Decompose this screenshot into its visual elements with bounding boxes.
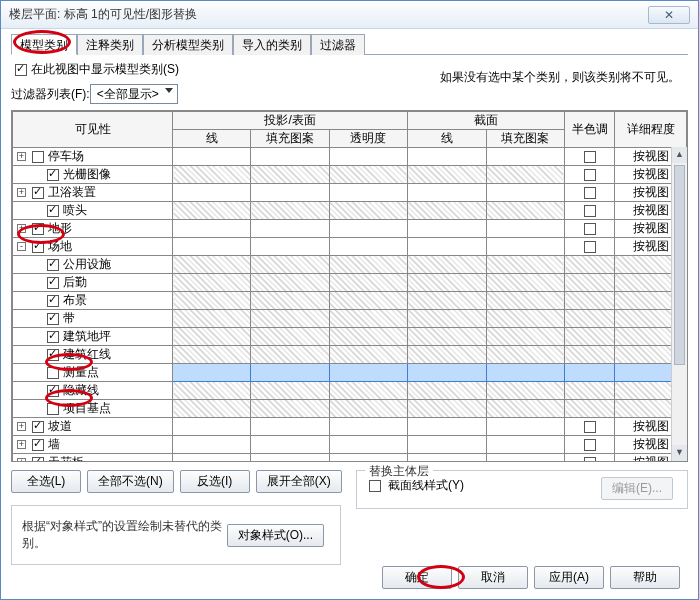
cell[interactable] [251,274,329,292]
table-row[interactable]: +停车场按视图 [13,148,687,166]
halftone-cell[interactable] [565,292,615,310]
halftone-checkbox[interactable] [584,421,596,433]
cell[interactable] [486,292,564,310]
table-row[interactable]: +坡道按视图 [13,418,687,436]
cell[interactable] [329,238,407,256]
cell[interactable] [408,148,486,166]
header-sect-fill[interactable]: 填充图案 [486,130,564,148]
cell[interactable] [486,148,564,166]
halftone-cell[interactable] [565,310,615,328]
halftone-checkbox[interactable] [584,151,596,163]
header-section[interactable]: 截面 [408,112,565,130]
row-checkbox[interactable] [47,259,59,271]
expand-all-button[interactable]: 展开全部(X) [256,470,342,493]
cell[interactable] [408,436,486,454]
cell[interactable] [251,220,329,238]
cell[interactable] [329,418,407,436]
cell[interactable] [251,436,329,454]
table-row[interactable]: +天花板按视图 [13,454,687,463]
cell[interactable] [251,454,329,463]
object-styles-button[interactable]: 对象样式(O)... [227,524,324,547]
cell[interactable] [251,148,329,166]
halftone-cell[interactable] [565,238,615,256]
cell[interactable] [486,166,564,184]
vertical-scrollbar[interactable]: ▲ ▼ [671,147,687,461]
table-row[interactable]: 光栅图像按视图 [13,166,687,184]
select-all-button[interactable]: 全选(L) [11,470,81,493]
cell[interactable] [173,328,251,346]
header-detail[interactable]: 详细程度 [615,112,687,148]
cell[interactable] [329,346,407,364]
row-checkbox[interactable] [47,349,59,361]
select-none-button[interactable]: 全部不选(N) [87,470,174,493]
apply-button[interactable]: 应用(A) [534,566,604,589]
row-checkbox[interactable] [32,187,44,199]
cell[interactable] [408,328,486,346]
header-proj-trans[interactable]: 透明度 [329,130,407,148]
cell[interactable] [251,256,329,274]
halftone-cell[interactable] [565,328,615,346]
halftone-cell[interactable] [565,220,615,238]
cell[interactable] [329,436,407,454]
cell[interactable] [486,364,564,382]
cell[interactable] [329,184,407,202]
cell[interactable] [329,220,407,238]
table-row[interactable]: -场地按视图 [13,238,687,256]
cell[interactable] [173,436,251,454]
cell[interactable] [329,382,407,400]
header-proj-line[interactable]: 线 [173,130,251,148]
table-row[interactable]: 喷头按视图 [13,202,687,220]
cell[interactable] [173,202,251,220]
tab-0[interactable]: 模型类别 [11,34,77,55]
cell[interactable] [251,382,329,400]
ok-button[interactable]: 确定 [382,566,452,589]
cell[interactable] [408,382,486,400]
tab-1[interactable]: 注释类别 [77,34,143,55]
cell[interactable] [173,292,251,310]
cell[interactable] [251,346,329,364]
cell[interactable] [486,400,564,418]
halftone-cell[interactable] [565,400,615,418]
halftone-cell[interactable] [565,364,615,382]
halftone-cell[interactable] [565,256,615,274]
cell[interactable] [251,166,329,184]
expander-icon[interactable]: + [17,224,26,233]
halftone-cell[interactable] [565,418,615,436]
row-checkbox[interactable] [32,439,44,451]
halftone-cell[interactable] [565,346,615,364]
row-checkbox[interactable] [32,223,44,235]
table-row[interactable]: 布景 [13,292,687,310]
expander-icon[interactable]: - [17,242,26,251]
cell[interactable] [486,256,564,274]
cell[interactable] [486,202,564,220]
halftone-cell[interactable] [565,166,615,184]
invert-button[interactable]: 反选(I) [180,470,250,493]
cell[interactable] [173,346,251,364]
cell[interactable] [329,400,407,418]
halftone-checkbox[interactable] [584,223,596,235]
cell[interactable] [486,310,564,328]
cell[interactable] [329,274,407,292]
cell[interactable] [173,310,251,328]
close-icon[interactable]: ✕ [648,6,690,24]
cell[interactable] [486,274,564,292]
cell[interactable] [329,148,407,166]
cell[interactable] [251,202,329,220]
cell[interactable] [329,256,407,274]
halftone-cell[interactable] [565,148,615,166]
row-checkbox[interactable] [47,367,59,379]
cell[interactable] [329,310,407,328]
table-row[interactable]: +卫浴装置按视图 [13,184,687,202]
table-row[interactable]: 建筑地坪 [13,328,687,346]
row-checkbox[interactable] [32,457,44,462]
cell[interactable] [173,148,251,166]
cell[interactable] [251,292,329,310]
filter-list-select[interactable]: <全部显示> [90,84,178,104]
table-row[interactable]: +墙按视图 [13,436,687,454]
cell[interactable] [408,310,486,328]
header-projection[interactable]: 投影/表面 [173,112,408,130]
cell[interactable] [486,184,564,202]
row-checkbox[interactable] [32,151,44,163]
cell[interactable] [329,166,407,184]
halftone-checkbox[interactable] [584,205,596,217]
